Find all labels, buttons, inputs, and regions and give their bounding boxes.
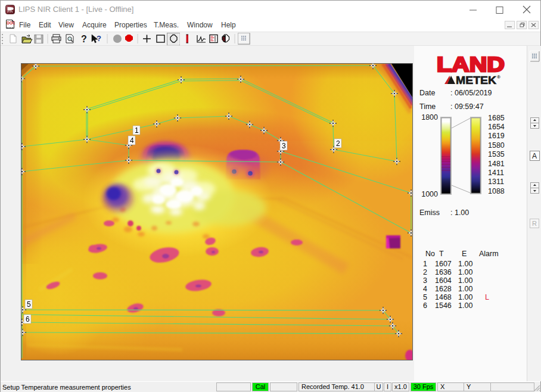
svg-text:5: 5 — [27, 300, 31, 309]
svg-text:DOC: DOC — [7, 21, 15, 25]
svg-text:METEK: METEK — [456, 74, 496, 86]
svg-text:®: ® — [497, 74, 500, 80]
svg-text:1: 1 — [135, 126, 139, 135]
svg-text:6: 6 — [26, 315, 30, 323]
svg-text:R: R — [532, 220, 537, 227]
svg-text:A: A — [532, 152, 537, 160]
svg-text:3: 3 — [282, 142, 286, 150]
svg-text:?: ? — [81, 34, 87, 44]
svg-text:?: ? — [97, 34, 101, 43]
svg-text:4: 4 — [130, 136, 134, 145]
svg-text:2: 2 — [336, 139, 340, 148]
svg-text:LAND: LAND — [437, 53, 505, 76]
